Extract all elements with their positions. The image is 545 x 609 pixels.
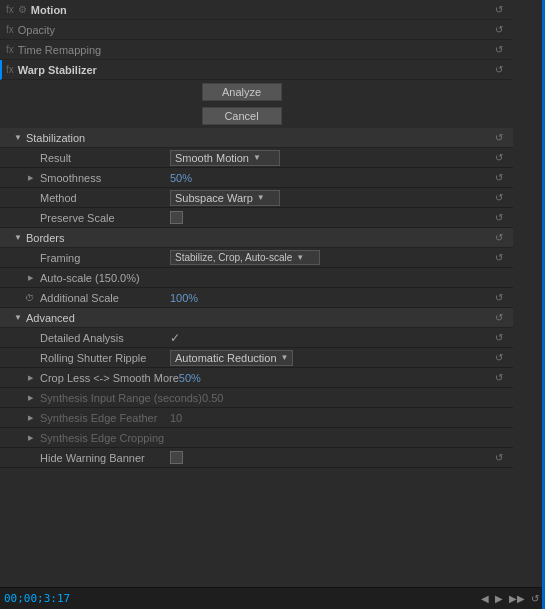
reset-advanced[interactable]: ↺: [485, 312, 513, 323]
reset-smoothness[interactable]: ↺: [485, 172, 513, 183]
fx-text-warp: fx: [6, 64, 14, 75]
method-value[interactable]: Subspace Warp ▼: [170, 190, 485, 206]
synthesis-edge-feather-label: Synthesis Edge Feather: [40, 412, 170, 424]
cancel-row: Cancel: [0, 104, 513, 128]
synthesis-input-triangle: ▶: [28, 394, 33, 402]
auto-scale-indent: ▶: [0, 274, 40, 282]
smoothness-val-text[interactable]: 50%: [170, 172, 192, 184]
reset-framing[interactable]: ↺: [485, 252, 513, 263]
reset-additional-icon[interactable]: ↺: [495, 292, 503, 303]
timer-icon: ⏱: [25, 293, 34, 303]
preserve-scale-checkbox[interactable]: [170, 211, 183, 224]
fx-text-time: fx: [6, 44, 14, 55]
smoothness-indent: ▶: [0, 174, 40, 182]
reset-preserve-icon[interactable]: ↺: [495, 212, 503, 223]
reset-motion[interactable]: ↺: [485, 4, 513, 15]
additional-scale-indent: ⏱: [0, 293, 40, 303]
reset-rolling[interactable]: ↺: [485, 352, 513, 363]
framing-dropdown[interactable]: Stabilize, Crop, Auto-scale ▼: [170, 250, 320, 265]
synthesis-edge-cropping-label: Synthesis Edge Cropping: [40, 432, 170, 444]
synthesis-input-value: 0.50: [202, 392, 485, 404]
framing-dropdown-text: Stabilize, Crop, Auto-scale: [175, 252, 292, 263]
stabilization-section[interactable]: Stabilization ↺: [0, 128, 513, 148]
crop-less-value[interactable]: 50%: [179, 372, 485, 384]
reset-result[interactable]: ↺: [485, 152, 513, 163]
method-dropdown[interactable]: Subspace Warp ▼: [170, 190, 280, 206]
smoothness-value[interactable]: 50%: [170, 172, 485, 184]
reset-warning-icon[interactable]: ↺: [495, 452, 503, 463]
reset-smooth-icon[interactable]: ↺: [495, 172, 503, 183]
additional-scale-value[interactable]: 100%: [170, 292, 485, 304]
result-row: Result Smooth Motion ▼ ↺: [0, 148, 513, 168]
additional-scale-row: ⏱ Additional Scale 100% ↺: [0, 288, 513, 308]
fx-warp-label: Warp Stabilizer: [18, 64, 97, 76]
framing-dropdown-arrow: ▼: [296, 253, 304, 262]
motion-effects-icon: ⚙: [18, 4, 27, 15]
reset-stabilization[interactable]: ↺: [485, 132, 513, 143]
synthesis-edge-cropping-indent: ▶: [0, 434, 40, 442]
reset-warp-icon[interactable]: ↺: [495, 64, 503, 75]
method-dropdown-arrow: ▼: [257, 193, 265, 202]
result-dropdown-arrow: ▼: [253, 153, 261, 162]
reset-borders-icon[interactable]: ↺: [495, 232, 503, 243]
preserve-scale-value[interactable]: [170, 211, 485, 224]
reset-hide-warning[interactable]: ↺: [485, 452, 513, 463]
reset-advanced-icon[interactable]: ↺: [495, 312, 503, 323]
play-btn[interactable]: ▶: [493, 593, 505, 604]
crop-less-label: Crop Less <-> Smooth More: [40, 372, 179, 384]
fx-time-remapping-row: fx Time Remapping ↺: [0, 40, 513, 60]
hide-warning-checkbox[interactable]: [170, 451, 183, 464]
rolling-shutter-dropdown[interactable]: Automatic Reduction ▼: [170, 350, 293, 366]
auto-scale-label: Auto-scale (150.0%): [40, 272, 170, 284]
reset-borders[interactable]: ↺: [485, 232, 513, 243]
reset-time-icon[interactable]: ↺: [495, 44, 503, 55]
reset-opacity[interactable]: ↺: [485, 24, 513, 35]
advanced-section[interactable]: Advanced ↺: [0, 308, 513, 328]
cancel-button[interactable]: Cancel: [202, 107, 282, 125]
synthesis-input-label: Synthesis Input Range (seconds): [40, 392, 202, 404]
reset-rolling-icon[interactable]: ↺: [495, 352, 503, 363]
reset-additional[interactable]: ↺: [485, 292, 513, 303]
advanced-triangle: [14, 313, 22, 322]
additional-scale-val-text[interactable]: 100%: [170, 292, 198, 304]
auto-scale-row: ▶ Auto-scale (150.0%): [0, 268, 513, 288]
smoothness-triangle: ▶: [28, 174, 33, 182]
detailed-analysis-row: Detailed Analysis ✓ ↺: [0, 328, 513, 348]
timecode: 00;00;3:17: [4, 592, 70, 605]
detailed-analysis-value[interactable]: ✓: [170, 331, 485, 345]
reset-crop-icon[interactable]: ↺: [495, 372, 503, 383]
result-dropdown[interactable]: Smooth Motion ▼: [170, 150, 280, 166]
rolling-shutter-value[interactable]: Automatic Reduction ▼: [170, 350, 485, 366]
reset-time[interactable]: ↺: [485, 44, 513, 55]
framing-row: Framing Stabilize, Crop, Auto-scale ▼ ↺: [0, 248, 513, 268]
framing-value[interactable]: Stabilize, Crop, Auto-scale ▼: [170, 250, 485, 265]
prev-frame-btn[interactable]: ◀: [479, 593, 491, 604]
auto-scale-triangle: ▶: [28, 274, 33, 282]
reset-detailed[interactable]: ↺: [485, 332, 513, 343]
reset-stab-icon[interactable]: ↺: [495, 132, 503, 143]
borders-triangle: [14, 233, 22, 242]
reset-framing-icon[interactable]: ↺: [495, 252, 503, 263]
reset-motion-icon[interactable]: ↺: [495, 4, 503, 15]
borders-section[interactable]: Borders ↺: [0, 228, 513, 248]
reset-detailed-icon[interactable]: ↺: [495, 332, 503, 343]
synth-edge-feather-triangle: ▶: [28, 414, 33, 422]
bottom-controls: ◀ ▶ ▶▶ ↺: [479, 593, 541, 604]
next-frame-btn[interactable]: ▶▶: [507, 593, 527, 604]
result-label: Result: [40, 152, 170, 164]
analyze-button[interactable]: Analyze: [202, 83, 282, 101]
result-value[interactable]: Smooth Motion ▼: [170, 150, 485, 166]
reset-method-icon[interactable]: ↺: [495, 192, 503, 203]
hide-warning-value[interactable]: [170, 451, 485, 464]
reset-result-icon[interactable]: ↺: [495, 152, 503, 163]
loop-btn[interactable]: ↺: [529, 593, 541, 604]
synthesis-input-row: ▶ Synthesis Input Range (seconds) 0.50: [0, 388, 513, 408]
reset-warp[interactable]: ↺: [485, 64, 513, 75]
detailed-analysis-check: ✓: [170, 331, 180, 345]
crop-less-val-text[interactable]: 50%: [179, 372, 201, 384]
reset-opacity-icon[interactable]: ↺: [495, 24, 503, 35]
reset-preserve[interactable]: ↺: [485, 212, 513, 223]
hide-warning-label: Hide Warning Banner: [40, 452, 170, 464]
reset-crop-less[interactable]: ↺: [485, 372, 513, 383]
reset-method[interactable]: ↺: [485, 192, 513, 203]
